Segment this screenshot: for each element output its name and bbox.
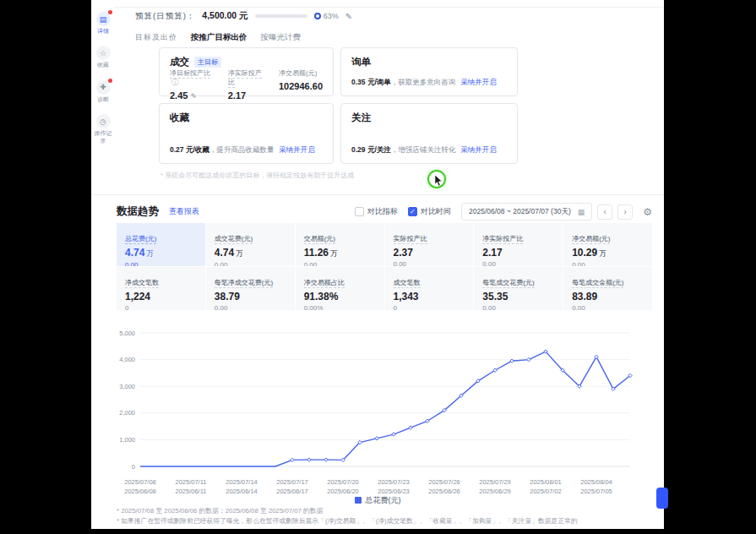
goal-card-4: 关注0.29 元/关注，增强店铺关注转化采纳并开启 bbox=[340, 103, 518, 164]
main-goal-badge: 主目标 bbox=[194, 57, 221, 68]
svg-text:1,000: 1,000 bbox=[119, 436, 135, 444]
metric-label: 每笔成交金额(元) bbox=[572, 279, 623, 288]
x-tick-label: 2025/07/262025/06/26 bbox=[428, 478, 460, 496]
chart-footnotes: * 2025/07/08 至 2025/08/06 的数据；2025/06/08… bbox=[117, 506, 649, 526]
metric-compare-value: 0.00 bbox=[215, 261, 286, 266]
date-range-picker[interactable]: 2025/06/08 ~ 2025/07/07 (30天) ▦ bbox=[461, 203, 592, 221]
metric-card-5[interactable]: 净实际投产比2.170.00 bbox=[474, 223, 563, 266]
goal-metric-roi-actual: 净实际投产比 2.17 bbox=[228, 68, 262, 101]
calendar-icon: ▦ bbox=[578, 208, 585, 216]
goal-card-title: 询单 bbox=[351, 56, 371, 68]
metric-card-10[interactable]: 成交笔数1,3430 bbox=[385, 267, 474, 310]
edit-roi-icon[interactable]: ✎ bbox=[190, 92, 197, 101]
toolbar-icon: ☆ bbox=[96, 46, 111, 60]
budget-remaining-pct: 63% bbox=[324, 12, 339, 20]
settings-gear-icon[interactable]: ⚙ bbox=[643, 206, 652, 218]
compare-metric-label[interactable]: 对比指标 bbox=[367, 206, 398, 217]
edit-budget-icon[interactable]: ✎ bbox=[345, 12, 352, 21]
metric-label: 交易额(元) bbox=[304, 235, 335, 244]
metric-card-6[interactable]: 净交易额(元)10.29万0.00 bbox=[563, 223, 652, 266]
x-tick-label: 2025/07/292025/06/29 bbox=[479, 478, 511, 496]
legend-swatch bbox=[355, 497, 362, 504]
toolbar-item-3[interactable]: ✚诊断 bbox=[92, 80, 114, 103]
toolbar-item-2[interactable]: ☆收藏 bbox=[92, 46, 114, 68]
metric-card-2[interactable]: 成交花费(元)4.74万0.00 bbox=[206, 223, 295, 266]
metric-label: 净实际投产比 bbox=[482, 235, 523, 244]
red-dot-badge bbox=[108, 79, 112, 83]
toolbar-icon: ▤ bbox=[96, 12, 111, 26]
trend-title: 数据趋势 bbox=[117, 204, 159, 219]
metric-value: 91.38% bbox=[304, 291, 376, 302]
next-period-button[interactable]: › bbox=[617, 204, 633, 220]
compare-time-label[interactable]: 对比时间 bbox=[421, 206, 451, 217]
metric-value: 1,224 bbox=[125, 291, 197, 302]
x-axis-labels: 2025/07/082025/06/082025/07/112025/06/11… bbox=[111, 478, 637, 497]
goal-footnote: * 系统会尽可能达成你设置的目标，保持稳定投放有助于提升达成 bbox=[160, 171, 354, 180]
metric-card-11[interactable]: 每笔成交花费(元)35.350.00 bbox=[474, 267, 563, 310]
metric-card-7[interactable]: 净成交笔数1,2240 bbox=[117, 267, 205, 310]
metric-value: 10.29万 bbox=[572, 247, 644, 259]
metric-label: 每笔净成交花费(元) bbox=[215, 279, 273, 288]
svg-text:3,000: 3,000 bbox=[119, 383, 135, 390]
toolbar-item-label: 详情 bbox=[93, 28, 113, 35]
metric-label: 实际投产比 bbox=[394, 235, 427, 244]
legend-item-total-spend[interactable]: 总花费(元) bbox=[355, 496, 401, 504]
compare-metric-checkbox[interactable] bbox=[355, 207, 364, 216]
section-divider bbox=[91, 194, 664, 195]
toolbar-item-label: 操作记录 bbox=[93, 130, 113, 144]
adopt-enable-link[interactable]: 采纳并开启 bbox=[460, 78, 497, 86]
x-tick-label: 2025/07/232025/06/23 bbox=[378, 478, 410, 496]
metric-value: 1,343 bbox=[394, 291, 465, 302]
metric-value: 2.17 bbox=[482, 247, 554, 259]
goal-cards-grid: 成交 主目标 净目标投产比ⓘ 2.45✎ 净实际投产比 2.17 净交易额(元)… bbox=[159, 47, 518, 164]
metric-grid: 总花费(元)4.74万0.00成交花费(元)4.74万0.00交易额(元)11.… bbox=[117, 223, 652, 310]
svg-text:4,000: 4,000 bbox=[119, 356, 135, 363]
metric-card-9[interactable]: 净交易额占比91.38%0.00% bbox=[296, 267, 384, 310]
toolbar-item-label: 收藏 bbox=[93, 62, 113, 68]
metric-card-4[interactable]: 实际投产比2.370.00 bbox=[385, 223, 474, 266]
goal-card-3: 收藏0.27 元/收藏，提升商品收藏数量采纳并开启 bbox=[159, 103, 334, 164]
adopt-enable-link[interactable]: 采纳并开启 bbox=[460, 145, 497, 154]
metric-value: 11.26万 bbox=[304, 247, 376, 259]
main-panel: ▤详情☆收藏✚诊断◷操作记录 预算(日预算)： 4,500.00 元 63% ✎… bbox=[91, 0, 664, 529]
metric-value: 2.37 bbox=[394, 247, 465, 259]
trend-controls: 对比指标 ✓ 对比时间 2025/06/08 ~ 2025/07/07 (30天… bbox=[355, 203, 652, 221]
view-report-link[interactable]: 查看报表 bbox=[169, 206, 199, 217]
left-toolbar: ▤详情☆收藏✚诊断◷操作记录 bbox=[92, 12, 114, 155]
prev-period-button[interactable]: ‹ bbox=[597, 204, 612, 220]
metric-label: 净交易额占比 bbox=[304, 279, 345, 288]
metric-card-8[interactable]: 每笔净成交花费(元)38.790.00 bbox=[206, 267, 295, 310]
metric-label: 总花费(元) bbox=[125, 235, 156, 244]
metric-compare-value: 0.00 bbox=[572, 261, 644, 266]
svg-text:5,000: 5,000 bbox=[119, 330, 135, 337]
tab-bid-by-impression[interactable]: 按曝光计费 bbox=[261, 32, 302, 43]
metric-compare-value: 0.00 bbox=[125, 261, 197, 266]
metric-card-3[interactable]: 交易额(元)11.26万0.00 bbox=[296, 223, 384, 266]
goal-card-metrics: 净目标投产比ⓘ 2.45✎ 净实际投产比 2.17 净交易额(元) 102946… bbox=[170, 68, 323, 101]
metric-compare-value: 0.00 bbox=[215, 304, 286, 310]
goal-card-title: 关注 bbox=[351, 112, 371, 124]
floating-action-button[interactable] bbox=[656, 488, 668, 509]
goal-bid-row: 目标及出价 按推广目标出价 按曝光计费 bbox=[135, 32, 301, 43]
goal-bid-label: 目标及出价 bbox=[135, 32, 177, 43]
metric-label: 每笔成交花费(元) bbox=[482, 279, 534, 288]
goal-card-deal: 成交 主目标 净目标投产比ⓘ 2.45✎ 净实际投产比 2.17 净交易额(元)… bbox=[159, 47, 334, 96]
compare-time-checkbox[interactable]: ✓ bbox=[408, 207, 417, 216]
metric-compare-value: 0.00 bbox=[482, 260, 554, 266]
adopt-enable-link[interactable]: 采纳并开启 bbox=[279, 145, 315, 154]
toolbar-item-4[interactable]: ◷操作记录 bbox=[92, 114, 114, 144]
svg-text:2,000: 2,000 bbox=[119, 409, 135, 417]
info-icon[interactable]: ⓘ bbox=[171, 79, 178, 86]
metric-card-12[interactable]: 每笔成交金额(元)83.890.00 bbox=[563, 267, 652, 310]
x-tick-label: 2025/07/142025/06/14 bbox=[226, 478, 258, 496]
metric-compare-value: 0.00 bbox=[572, 304, 644, 310]
tab-bid-by-goal[interactable]: 按推广目标出价 bbox=[191, 32, 247, 43]
metric-value: 35.35 bbox=[482, 291, 554, 302]
metric-label: 净成交笔数 bbox=[125, 279, 159, 288]
metric-compare-value: 0 bbox=[394, 304, 465, 310]
metric-card-1[interactable]: 总花费(元)4.74万0.00 bbox=[117, 223, 205, 266]
toolbar-icon: ◷ bbox=[96, 114, 111, 128]
red-dot-badge bbox=[108, 10, 112, 14]
footnote-2: * 如果推广在暂停或删除前已经获得了曝光，那么在暂停或删除后展示「(净)交易额」… bbox=[117, 516, 649, 526]
toolbar-item-1[interactable]: ▤详情 bbox=[92, 12, 114, 35]
